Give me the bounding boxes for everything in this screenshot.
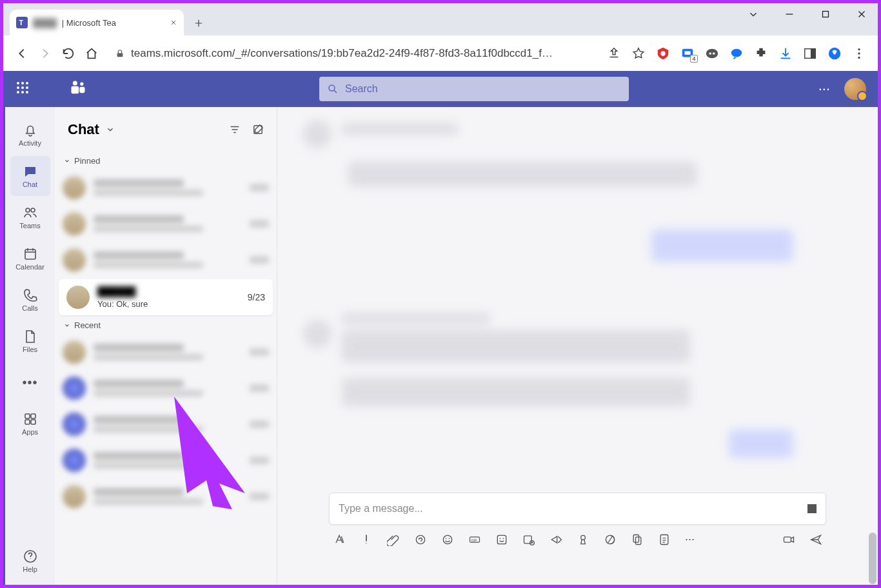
search-icon [327,83,339,95]
chat-row-date: 9/23 [248,292,265,302]
ext-ublock-icon[interactable] [656,46,670,61]
stop-icon[interactable] [807,504,817,513]
send-icon[interactable] [809,533,822,546]
address-bar[interactable]: teams.microsoft.com/_#/conversations/19:… [108,42,598,65]
svg-rect-59 [636,536,641,544]
sticker-icon[interactable] [495,533,508,546]
action-items-icon[interactable] [658,533,671,546]
chat-row[interactable] [55,242,277,278]
gif-icon[interactable]: GIF [468,533,481,546]
search-input[interactable]: Search [319,77,629,101]
svg-point-17 [858,56,860,58]
svg-point-15 [858,48,860,50]
svg-point-16 [858,52,860,54]
chat-icon [23,164,38,179]
rail-apps[interactable]: Apps [10,404,50,444]
settings-more-button[interactable]: ··· [818,81,830,97]
maximize-button[interactable] [817,5,835,23]
close-window-button[interactable] [853,5,871,23]
ext-circle-icon[interactable] [827,46,842,61]
svg-rect-30 [79,87,84,93]
attach-icon[interactable] [387,533,400,546]
downloads-button[interactable] [778,46,793,61]
svg-point-28 [80,83,83,86]
svg-rect-60 [660,534,668,544]
approvals-icon[interactable] [631,533,644,546]
caret-icon [64,158,70,164]
new-tab-button[interactable] [190,15,207,32]
scrollbar[interactable] [869,533,876,584]
caret-icon [64,322,70,329]
home-button[interactable] [84,46,99,61]
svg-point-27 [73,81,77,86]
app-launcher-button[interactable] [15,80,30,98]
forward-button[interactable] [38,46,52,61]
close-tab-icon[interactable] [170,19,177,26]
profile-avatar[interactable] [844,78,866,100]
compose-input[interactable]: Type a message... [329,493,826,525]
rail-help[interactable]: Help [10,541,50,581]
rail-more[interactable]: ••• [10,362,50,402]
emoji-icon[interactable] [441,533,454,546]
ext-badge: 4 [690,55,698,63]
format-icon[interactable] [333,533,346,546]
rail-activity[interactable]: Activity [10,115,50,155]
chat-row[interactable] [55,442,277,478]
svg-point-33 [26,208,30,212]
recent-section-header[interactable]: Recent [55,317,277,334]
ext-chat-icon[interactable] [729,46,744,61]
chat-row[interactable] [55,406,277,442]
ext-discord-icon[interactable] [705,46,719,61]
bookmark-star-button[interactable] [631,46,646,61]
rail-files[interactable]: Files [10,321,50,361]
browser-menu-button[interactable] [852,46,866,61]
filter-icon[interactable] [229,124,241,135]
svg-point-45 [416,535,424,544]
chat-row[interactable] [55,478,277,514]
svg-point-23 [26,86,28,89]
svg-rect-35 [25,250,35,259]
priority-icon[interactable] [360,533,373,546]
loop-icon[interactable] [414,533,427,546]
conversation-panel: Type a message... GIF [277,107,878,585]
rail-chat[interactable]: Chat [10,156,50,196]
chevron-down-icon[interactable] [106,125,115,134]
svg-rect-39 [25,414,30,418]
extensions-button[interactable] [754,46,768,61]
ext-blue-shield-icon[interactable]: 4 [680,46,695,61]
viva-icon[interactable] [604,533,617,546]
svg-point-18 [17,82,19,84]
video-clip-icon[interactable] [782,533,795,546]
calendar-icon [23,246,38,262]
browser-tab[interactable]: T ████ | Microsoft Tea [10,10,184,35]
rail-teams[interactable]: Teams [10,197,50,237]
rail-calls[interactable]: Calls [10,280,50,320]
teams-logo-icon[interactable] [69,79,87,99]
back-button[interactable] [15,46,29,61]
svg-point-46 [443,535,451,544]
chat-row[interactable] [55,334,277,370]
tab-dropdown-button[interactable] [744,5,762,23]
compose-toolbar: GIF ··· [329,525,826,546]
reload-button[interactable] [61,46,75,61]
compose-icon[interactable] [252,124,264,135]
stream-icon[interactable] [549,533,562,546]
svg-rect-61 [784,536,791,542]
svg-point-24 [17,91,19,93]
compose-more-button[interactable]: ··· [685,533,695,546]
chat-row[interactable] [55,170,277,206]
pinned-section-header[interactable]: Pinned [55,152,277,170]
svg-point-31 [329,85,335,91]
side-panel-button[interactable] [803,46,817,61]
lock-icon [115,49,124,58]
chat-heading: Chat [68,121,99,138]
rail-calendar[interactable]: Calendar [10,239,50,279]
schedule-icon[interactable] [522,533,535,546]
svg-point-52 [500,538,501,539]
chat-row[interactable] [55,370,277,406]
chat-row[interactable] [55,206,277,242]
chat-row-selected[interactable]: ██████ You: Ok, sure 9/23 [59,279,273,315]
share-button[interactable] [607,46,621,61]
praise-icon[interactable] [577,533,589,546]
minimize-button[interactable] [780,5,798,23]
